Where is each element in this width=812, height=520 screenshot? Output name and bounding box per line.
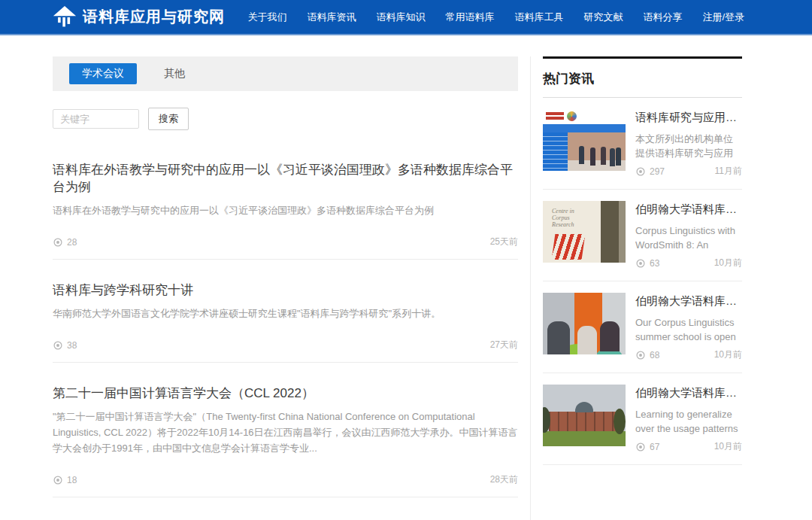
sidebar-title: 热门资讯 <box>543 70 742 87</box>
thumb-decor <box>543 431 626 446</box>
article-list: 语料库在外语教学与研究中的应用一以《习近平谈治国理政》多语种数据库综合平台为例 … <box>53 139 518 520</box>
thumb-decor <box>575 402 593 412</box>
sidebar-news-item[interactable]: 语料库研究与应用相关机... 本文所列出的机构单位提供语料库研究与应用相关资讯，… <box>543 98 742 190</box>
sidebar-item-timestamp: 11月前 <box>715 165 742 178</box>
thumb-decor <box>579 146 584 164</box>
view-count-value: 297 <box>650 166 665 177</box>
sidebar-item-meta: 67 10月前 <box>635 440 742 453</box>
sidebar-item-title[interactable]: 语料库研究与应用相关机... <box>635 111 742 125</box>
article-thumbnail-summer-school <box>543 293 626 354</box>
nav-item-about[interactable]: 关于我们 <box>247 11 286 24</box>
sidebar-item-summary: Corpus Linguistics with WordSmith 8: An … <box>635 224 742 252</box>
main-menu: 关于我们 语料库资讯 语料库知识 常用语料库 语料库工具 研究文献 语料分享 注… <box>247 11 744 24</box>
sidebar-item-summary: 本文所列出的机构单位提供语料库研究与应用相关资讯，如学... <box>635 132 742 160</box>
article-title[interactable]: 语料库与跨学科研究十讲 <box>53 281 518 299</box>
site-brand[interactable]: 语料库应用与研究网 <box>53 5 225 29</box>
view-count-value: 28 <box>67 237 77 248</box>
search-button[interactable]: 搜索 <box>148 108 189 130</box>
sidebar-item-text: 伯明翰大学语料库研究中... Learning to generalize ov… <box>635 385 742 453</box>
sidebar-item-title[interactable]: 伯明翰大学语料库研究中... <box>635 294 742 309</box>
view-count: 63 <box>635 258 659 269</box>
article-title[interactable]: 语料库在外语教学与研究中的应用一以《习近平谈治国理政》多语种数据库综合平台为例 <box>53 161 518 196</box>
nav-item-login[interactable]: 注册/登录 <box>702 11 744 24</box>
article-summary: "第二十一届中国计算语言学大会"（The Twenty-first China … <box>53 409 518 456</box>
view-count: 28 <box>53 237 77 248</box>
sidebar-item-summary: Our Corpus Linguistics summer school is … <box>635 315 742 344</box>
nav-item-knowledge[interactable]: 语料库知识 <box>376 11 425 24</box>
top-navbar: 语料库应用与研究网 关于我们 语料库资讯 语料库知识 常用语料库 语料库工具 研… <box>0 0 812 35</box>
eye-icon <box>635 166 646 177</box>
view-count: 297 <box>635 166 665 177</box>
article-row: 第二十一届中国计算语言学大会（CCL 2022） "第二十一届中国计算语言学大会… <box>53 363 518 497</box>
site-logo-arrow-bars-icon <box>53 5 77 29</box>
site-title: 语料库应用与研究网 <box>83 7 225 27</box>
main-column: 学术会议 其他 搜索 语料库在外语教学与研究中的应用一以《习近平谈治国理政》多语… <box>53 56 531 520</box>
article-meta: 18 28天前 <box>53 473 518 486</box>
view-count: 38 <box>53 340 77 351</box>
eye-icon <box>635 258 646 269</box>
article-meta: 28 25天前 <box>53 236 518 248</box>
search-row: 搜索 <box>53 108 518 130</box>
category-tabbar: 学术会议 其他 <box>53 56 518 91</box>
sidebar-item-text: 语料库研究与应用相关机... 本文所列出的机构单位提供语料库研究与应用相关资讯，… <box>635 109 742 178</box>
sidebar-news-item[interactable]: 伯明翰大学语料库研究中... Our Corpus Linguistics su… <box>543 281 742 373</box>
article-thumbnail-campus-building <box>543 385 626 446</box>
view-count: 67 <box>635 442 659 452</box>
tab-academic-conference[interactable]: 学术会议 <box>69 63 137 84</box>
nav-item-literature[interactable]: 研究文献 <box>583 11 623 24</box>
thumb-decor <box>568 132 626 171</box>
sidebar-item-timestamp: 10月前 <box>714 257 742 269</box>
page-content: 学术会议 其他 搜索 语料库在外语教学与研究中的应用一以《习近平谈治国理政》多语… <box>0 35 812 520</box>
article-row: 语料库与跨学科研究十讲 华南师范大学外国语言文化学院学术讲座硕士研究生课程"语料… <box>53 260 518 363</box>
sidebar-item-text: 伯明翰大学语料库研究中... Corpus Linguistics with W… <box>635 201 742 269</box>
sidebar-item-title[interactable]: 伯明翰大学语料库研究中... <box>635 202 742 217</box>
thumb-decor <box>543 124 626 132</box>
article-thumbnail-corpus-research-sign: Centre in Corpus Research <box>543 201 626 263</box>
article-summary: 华南师范大学外国语言文化学院学术讲座硕士研究生课程"语料库与跨学科研究"系列十讲… <box>53 306 518 321</box>
article-summary: 语料库在外语教学与研究中的应用一以《习近平谈治国理政》多语种数据库综合平台为例 <box>53 202 518 218</box>
nav-item-news[interactable]: 语料库资讯 <box>307 11 356 24</box>
view-count-value: 63 <box>650 258 659 269</box>
thumb-decor <box>543 132 568 171</box>
thumb-decor <box>567 111 577 121</box>
eye-icon <box>53 475 63 485</box>
thumb-decor <box>552 234 586 260</box>
sidebar-item-meta: 297 11月前 <box>635 165 742 178</box>
sidebar-item-title[interactable]: 伯明翰大学语料库研究中... <box>635 386 742 400</box>
article-meta: 38 27天前 <box>53 339 518 351</box>
thumb-decor <box>546 112 564 120</box>
sidebar-item-meta: 63 10月前 <box>635 257 742 269</box>
eye-icon <box>53 340 63 351</box>
nav-item-tools[interactable]: 语料库工具 <box>514 11 563 24</box>
sidebar-item-text: 伯明翰大学语料库研究中... Our Corpus Linguistics su… <box>635 293 742 361</box>
eye-icon <box>635 442 646 452</box>
article-timestamp: 28天前 <box>490 473 518 486</box>
article-row: 首届语料库建设与语言数据分析在线研修班 2号通知（3月25-27日） 计算机、大… <box>53 497 518 520</box>
sidebar-item-timestamp: 10月前 <box>714 348 742 361</box>
eye-icon <box>635 350 646 360</box>
view-count-value: 38 <box>67 340 77 351</box>
sidebar-news-item[interactable]: Centre in Corpus Research 伯明翰大学语料库研究中...… <box>543 190 742 281</box>
thumb-decor <box>549 412 620 431</box>
view-count-value: 18 <box>67 475 77 485</box>
thumb-decor <box>547 321 570 354</box>
sidebar-header: 热门资讯 <box>543 56 742 98</box>
view-count-value: 67 <box>650 442 659 452</box>
sidebar-news-item[interactable]: 伯明翰大学语料库研究中... Learning to generalize ov… <box>543 373 742 465</box>
sidebar-item-summary: Learning to generalize over the usage pa… <box>635 407 742 436</box>
thumb-decor <box>600 321 620 351</box>
navbar-inner: 语料库应用与研究网 关于我们 语料库资讯 语料库知识 常用语料库 语料库工具 研… <box>0 0 812 34</box>
article-timestamp: 27天前 <box>490 339 518 351</box>
nav-item-sharing[interactable]: 语料分享 <box>643 11 682 24</box>
nav-item-corpora[interactable]: 常用语料库 <box>445 11 494 24</box>
sidebar-item-meta: 68 10月前 <box>635 348 742 361</box>
view-count: 68 <box>635 350 659 360</box>
article-title[interactable]: 第二十一届中国计算语言学大会（CCL 2022） <box>53 385 518 402</box>
tab-other[interactable]: 其他 <box>164 67 185 81</box>
search-input[interactable] <box>53 109 139 129</box>
article-timestamp: 25天前 <box>490 236 518 248</box>
article-thumbnail-institution-website <box>543 109 626 171</box>
view-count-value: 68 <box>650 350 659 360</box>
eye-icon <box>53 237 63 248</box>
sidebar-item-timestamp: 10月前 <box>714 440 742 453</box>
